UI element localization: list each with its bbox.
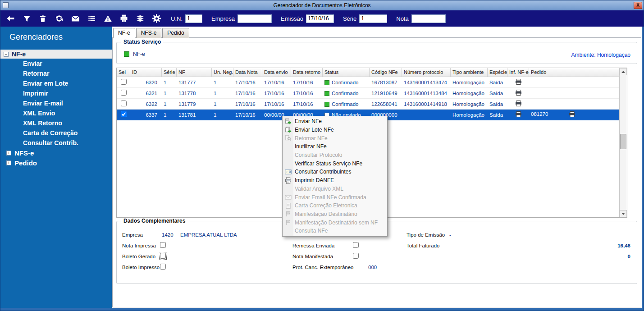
row-select-checkbox[interactable] [121, 79, 127, 85]
col-un-neg[interactable]: Un. Neg. [212, 68, 233, 77]
tipo-emissao-value: - [449, 232, 451, 238]
back-icon[interactable] [5, 13, 16, 24]
cell-codigo-nfe: 121910649 [370, 91, 402, 96]
cell-pedido: 081270 [529, 111, 619, 118]
col-tipo-ambiente[interactable]: Tipo ambiente [451, 68, 488, 77]
nota-manifestada-checkbox[interactable] [353, 253, 359, 259]
layers-icon[interactable] [135, 13, 146, 24]
serie-input[interactable] [359, 14, 387, 23]
tab-nfse[interactable]: NFS-e [136, 28, 162, 38]
tab-nfe[interactable]: NF-e [113, 28, 135, 38]
cell-tipo-ambiente: Homologação [451, 80, 488, 85]
sidebar-item-xml-envio[interactable]: XML Envio [0, 108, 112, 118]
boleto-gerado-checkbox[interactable] [160, 253, 166, 259]
contacts-icon [283, 169, 293, 175]
boleto-impresso-checkbox[interactable] [160, 264, 166, 270]
print-info-icon[interactable] [569, 113, 575, 118]
cell-serie: 1 [162, 91, 177, 96]
empresa-input[interactable] [238, 14, 272, 23]
sidebar-item-consultar-contrib[interactable]: Consultar Contrib. [0, 138, 112, 148]
remessa-enviada-checkbox-wrap [353, 242, 359, 250]
sidebar-item-retornar[interactable]: Retornar [0, 69, 112, 78]
cell-data-retorno: 17/10/16 [291, 80, 323, 85]
print-info-icon[interactable] [515, 113, 522, 118]
printer-icon [283, 177, 293, 184]
menu-item-consultar-contribuintes[interactable]: Consultar Contribuintes [283, 168, 387, 176]
expand-icon[interactable]: + [6, 160, 11, 165]
col-numero-protocolo[interactable]: Número protocolo [402, 68, 451, 77]
cell-data-retorno: 17/10/16 [291, 101, 323, 107]
col-nf[interactable]: NF [177, 68, 212, 77]
cell-especie: Saída [488, 91, 507, 96]
col-sel[interactable]: Sel [117, 68, 130, 77]
remessa-enviada-label: Remessa Enviada [292, 243, 334, 248]
sidebar-item-enviar[interactable]: Enviar [0, 59, 112, 69]
table-vertical-scrollbar[interactable] [619, 68, 627, 217]
expand-icon[interactable]: + [6, 151, 11, 156]
cell-status: Confirmado [323, 101, 370, 107]
email-icon[interactable] [70, 13, 81, 24]
refresh-icon[interactable] [54, 13, 64, 24]
sidebar-item-xml-retorno[interactable]: XML Retorno [0, 118, 112, 128]
col-status[interactable]: Status [323, 68, 370, 77]
tab-pedido[interactable]: Pedido [162, 28, 189, 38]
menu-item-verificar-status-servico-nfe[interactable]: Verificar Status Serviço NFe [283, 159, 387, 168]
close-button[interactable]: X [634, 2, 642, 9]
col-data-nota[interactable]: Data Nota [233, 68, 262, 77]
cell-nf: 131779 [177, 101, 212, 107]
row-select-checkbox[interactable] [121, 90, 127, 96]
menu-item-imprimir-danfe[interactable]: Imprimir DANFE [283, 176, 387, 185]
filter-icon[interactable] [21, 13, 32, 24]
sidebar-item-nfe[interactable]: − NF-e [0, 50, 112, 59]
table-row[interactable]: 6320 1 131777 1 17/10/16 17/10/16 17/10/… [117, 77, 627, 88]
col-serie[interactable]: Série [162, 68, 177, 77]
scroll-down-button[interactable] [620, 210, 627, 217]
window-title: Gerenciador de Documentos Eletrônicos [0, 2, 644, 9]
cell-codigo-nfe: 122658041 [370, 101, 402, 107]
sidebar-item-imprimir[interactable]: Imprimir [0, 88, 112, 98]
scroll-up-button[interactable] [620, 68, 627, 75]
menu-item-enviar-lote-nfe[interactable]: Enviar Lote NFe [283, 126, 387, 134]
menu-item-validar-arquivo-xml: Validar Arquivo XML [283, 185, 387, 193]
settings-icon[interactable] [151, 13, 162, 24]
emissao-input[interactable] [306, 14, 334, 23]
menu-item-enviar-nfe[interactable]: Enviar NFe [283, 117, 387, 126]
sidebar-item-nfse[interactable]: + NFS-e [0, 148, 112, 158]
cell-un-neg: 1 [212, 112, 233, 118]
titlebar[interactable]: Gerenciador de Documentos Eletrônicos X [0, 0, 644, 10]
table-row[interactable]: 6322 1 131779 1 17/10/16 17/10/16 17/10/… [117, 99, 627, 110]
col-id[interactable]: ID [130, 68, 162, 77]
col-data-envio[interactable]: Data envio [262, 68, 291, 77]
table-row[interactable]: 6321 1 131778 1 17/10/16 17/10/16 17/10/… [117, 88, 627, 99]
sidebar-item-pedido[interactable]: + Pedido [0, 158, 112, 168]
un-input[interactable] [185, 14, 202, 23]
remessa-enviada-checkbox[interactable] [353, 242, 359, 248]
print-info-icon[interactable] [515, 102, 522, 107]
collapse-icon[interactable]: − [4, 52, 9, 57]
list-icon[interactable] [86, 13, 97, 24]
col-pedido[interactable]: Pedido [529, 68, 619, 77]
nota-input[interactable] [411, 14, 446, 23]
empresa-name-value: EMPRESA ATUAL LTDA [180, 232, 237, 238]
menu-item-inutilizar-nfe[interactable]: Inutilizar NFe [283, 142, 387, 151]
col-codigo-nfe[interactable]: Código NFe [370, 68, 402, 77]
print-info-icon[interactable] [515, 91, 522, 96]
sidebar-item-label: Pedido [14, 159, 37, 167]
print-icon[interactable] [119, 13, 129, 24]
col-inf-nfe[interactable]: Inf. NF-e [507, 68, 529, 77]
sidebar-item-carta-de-correcao[interactable]: Carta de Correção [0, 128, 112, 138]
cell-id: 6320 [130, 80, 162, 85]
warning-icon[interactable] [102, 13, 113, 24]
scroll-thumb[interactable] [620, 134, 626, 149]
col-data-retorno[interactable]: Data retorno [291, 68, 323, 77]
print-info-icon[interactable] [515, 80, 522, 86]
row-select-checkbox[interactable] [121, 101, 127, 106]
row-select-checkbox[interactable] [121, 111, 127, 117]
col-especie[interactable]: Espécie [488, 68, 507, 77]
delete-icon[interactable] [37, 13, 48, 24]
cell-data-retorno: 17/10/16 [291, 91, 323, 96]
nota-impressa-checkbox[interactable] [160, 242, 166, 248]
sidebar-item-enviar-email[interactable]: Enviar E-mail [0, 98, 112, 108]
sidebar-item-enviar-em-lote[interactable]: Enviar em Lote [0, 78, 112, 88]
menu-item-retornar-nfe: Retornar NFe [283, 134, 387, 142]
